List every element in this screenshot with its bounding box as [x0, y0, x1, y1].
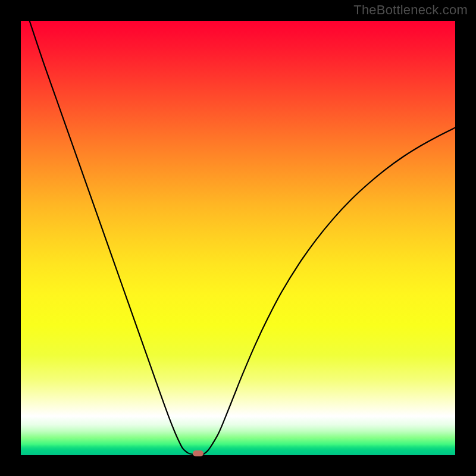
- chart-container: TheBottleneck.com: [0, 0, 476, 476]
- curve-svg: [21, 21, 455, 455]
- right-branch-curve: [203, 128, 455, 455]
- left-branch-curve: [30, 21, 193, 455]
- watermark-text: TheBottleneck.com: [353, 2, 468, 18]
- minimum-marker: [193, 450, 203, 456]
